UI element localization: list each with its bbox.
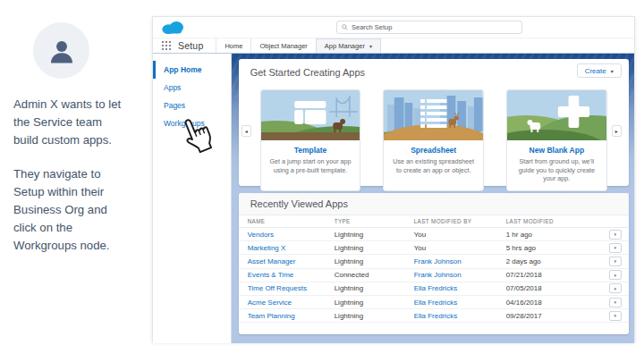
template-card-title: Template	[261, 146, 360, 155]
app-launcher-waffle-icon[interactable]	[161, 40, 172, 51]
caption-paragraph-2: They navigate to Setup within their Busi…	[13, 165, 126, 254]
spreadsheet-card-title: Spreadsheet	[384, 146, 483, 155]
setup-app-title: Setup	[178, 40, 203, 53]
salesforce-setup-window: Setup Home Object Manager App Manager ▾ …	[152, 16, 635, 342]
sidebar-item-pages[interactable]: Pages	[153, 97, 231, 114]
tab-app-manager[interactable]: App Manager ▾	[316, 38, 381, 53]
global-search[interactable]	[336, 21, 522, 34]
row-actions-button[interactable]: ▾	[609, 298, 622, 307]
search-icon	[342, 24, 348, 30]
last-modified: 5 hrs ago	[506, 244, 605, 252]
last-modified: 04/16/2018	[506, 299, 605, 307]
app-name-link[interactable]: Events & Time	[248, 271, 335, 279]
last-modified-by[interactable]: Ella Fredricks	[414, 299, 506, 307]
carousel-previous-button[interactable]: ◂	[242, 125, 251, 137]
row-actions-button[interactable]: ▾	[609, 311, 622, 321]
template-card[interactable]: Template Get a jump start on your app us…	[260, 89, 361, 191]
last-modified: 07/05/2018	[506, 284, 605, 292]
table-row: Time Off Requests Lightning Ella Fredric…	[239, 282, 629, 296]
spreadsheet-card[interactable]: Spreadsheet Use an existing spreadsheet …	[383, 89, 484, 191]
salesforce-cloud-logo	[160, 20, 187, 36]
setup-body: App Home Apps Pages Workgroups Get Start…	[153, 54, 634, 343]
sidebar-item-workgroups[interactable]: Workgroups	[153, 114, 231, 132]
app-type: Lightning	[335, 257, 414, 265]
carousel-next-button[interactable]: ▸	[612, 125, 622, 137]
table-row: Marketing X Lightning You 5 hrs ago ▾	[239, 241, 629, 255]
search-input[interactable]	[352, 23, 517, 31]
last-modified-by[interactable]: Ella Fredricks	[414, 284, 506, 292]
app-type: Connected	[335, 271, 414, 279]
last-modified: 07/21/2018	[506, 271, 605, 279]
new-blank-app-card[interactable]: New Blank App Start from ground up, we'l…	[506, 89, 607, 191]
caption-text: Admin X wants to let the Service team bu…	[13, 96, 126, 254]
app-manager-content: Get Started Creating Apps Create ▾ ◂ ▸	[232, 54, 634, 343]
last-modified: 1 hr ago	[506, 231, 605, 239]
app-type: Lightning	[335, 284, 414, 292]
app-type: Lightning	[335, 231, 414, 239]
table-row: Events & Time Connected Frank Johnson 07…	[239, 269, 629, 282]
recently-viewed-title: Recently Viewed Apps	[250, 198, 348, 209]
new-blank-app-illustration	[507, 90, 606, 140]
spreadsheet-card-desc: Use an existing spreadsheet to create an…	[384, 155, 483, 181]
template-card-desc: Get a jump start on your app using a pre…	[261, 155, 360, 181]
table-column-headers: NAME TYPE LAST MODIFIED BY LAST MODIFIED	[239, 215, 629, 228]
last-modified-by[interactable]: Frank Johnson	[414, 257, 506, 265]
row-actions-button[interactable]: ▾	[609, 283, 622, 293]
last-modified-by: You	[414, 231, 506, 239]
setup-navbar: Setup Home Object Manager App Manager ▾	[153, 38, 634, 54]
last-modified-by[interactable]: Frank Johnson	[414, 271, 506, 279]
create-option-cards: Template Get a jump start on your app us…	[260, 89, 607, 191]
table-row: Team Planning Lightning Ella Fredricks 0…	[239, 309, 629, 323]
setup-tree-sidebar: App Home Apps Pages Workgroups	[153, 54, 232, 343]
column-header-last-modified-by: LAST MODIFIED BY	[414, 218, 506, 224]
row-actions-button[interactable]: ▾	[609, 270, 622, 280]
caption-paragraph-1: Admin X wants to let the Service team bu…	[13, 96, 126, 148]
recently-viewed-header: Recently Viewed Apps	[239, 193, 629, 215]
create-button[interactable]: Create ▾	[577, 63, 622, 78]
table-row: Vendors Lightning You 1 hr ago ▾	[239, 228, 629, 241]
new-blank-app-card-title: New Blank App	[507, 146, 606, 155]
app-type: Lightning	[335, 299, 414, 307]
app-name-link[interactable]: Asset Manager	[248, 257, 335, 265]
global-header	[153, 17, 634, 38]
app-name-link[interactable]: Team Planning	[248, 312, 335, 320]
app-name-link[interactable]: Acme Service	[248, 299, 335, 307]
column-header-name: NAME	[248, 218, 335, 224]
table-row: Acme Service Lightning Ella Fredricks 04…	[239, 296, 629, 309]
row-actions-button[interactable]: ▾	[609, 257, 622, 266]
chevron-down-icon: ▾	[369, 43, 372, 49]
last-modified: 2 days ago	[506, 257, 605, 265]
last-modified: 09/28/2017	[506, 312, 605, 320]
row-actions-button[interactable]: ▾	[609, 230, 622, 240]
column-header-last-modified: LAST MODIFIED	[506, 218, 605, 224]
avatar	[33, 22, 89, 79]
person-icon	[47, 36, 77, 66]
app-type: Lightning	[335, 312, 414, 320]
app-name-link[interactable]: Vendors	[248, 231, 335, 239]
sidebar-item-apps[interactable]: Apps	[153, 79, 231, 97]
tab-home[interactable]: Home	[216, 38, 250, 53]
row-actions-button[interactable]: ▾	[609, 243, 622, 253]
sidebar-item-app-home[interactable]: App Home	[153, 61, 231, 79]
last-modified-by[interactable]: Ella Fredricks	[414, 312, 506, 320]
setup-tabs: Home Object Manager App Manager ▾	[216, 38, 380, 53]
tab-object-manager[interactable]: Object Manager	[250, 38, 315, 53]
app-type: Lightning	[335, 244, 414, 252]
column-header-type: TYPE	[335, 218, 414, 224]
caption-panel: Admin X wants to let the Service team bu…	[0, 0, 152, 362]
screenshot-stage: Admin X wants to let the Service team bu…	[0, 0, 644, 362]
app-name-link[interactable]: Marketing X	[248, 244, 335, 252]
chevron-down-icon: ▾	[611, 68, 614, 74]
get-started-title: Get Started Creating Apps	[250, 67, 365, 78]
new-blank-app-card-desc: Start from ground up, we'll guide you to…	[507, 155, 606, 190]
app-name-link[interactable]: Time Off Requests	[248, 284, 335, 292]
get-started-card: Get Started Creating Apps Create ▾ ◂ ▸	[239, 59, 629, 186]
last-modified-by: You	[414, 244, 506, 252]
recently-viewed-apps-card: Recently Viewed Apps NAME TYPE LAST MODI…	[239, 193, 629, 334]
template-illustration	[261, 90, 360, 140]
spreadsheet-illustration	[384, 90, 483, 140]
table-row: Asset Manager Lightning Frank Johnson 2 …	[239, 255, 629, 268]
